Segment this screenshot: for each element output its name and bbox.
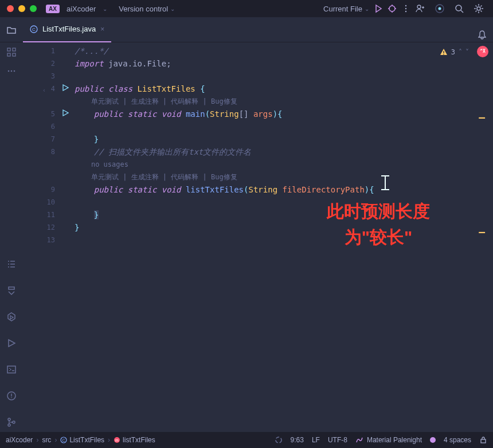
keyword: public — [94, 109, 128, 119]
breadcrumb-file[interactable]: C ListTxtFiles — [60, 436, 104, 444]
run-gutter-icon[interactable] — [62, 109, 69, 116]
theme-icon — [355, 437, 363, 443]
line-number: 1 — [51, 47, 55, 55]
minimize-window-button[interactable] — [18, 5, 25, 12]
build-tool-icon[interactable] — [6, 285, 17, 296]
keyword: public — [94, 185, 128, 194]
lock-icon[interactable] — [479, 436, 487, 444]
run-config-selector[interactable]: Current File ⌄ — [323, 5, 369, 13]
svg-point-17 — [14, 70, 15, 72]
vcs-menu[interactable]: Version control ⌄ — [119, 5, 175, 13]
svg-point-4 — [417, 5, 421, 9]
breadcrumb-method[interactable]: m listTxtFiles — [114, 436, 155, 444]
window-controls — [5, 5, 37, 12]
keyword: class — [108, 84, 138, 93]
services-tool-icon[interactable] — [6, 312, 17, 322]
svg-rect-22 — [11, 394, 11, 396]
paren: ( — [244, 185, 248, 194]
code-text: java.io.File; — [104, 59, 171, 68]
collapse-minus-icon[interactable]: — — [479, 111, 485, 124]
svg-rect-11 — [7, 48, 10, 51]
breadcrumb-src[interactable]: src — [42, 436, 51, 444]
param: args — [253, 109, 273, 119]
line-number: 6 — [51, 123, 55, 131]
line-number: 2 — [51, 60, 55, 68]
run-gutter-icon[interactable] — [62, 84, 69, 91]
project-name[interactable]: aiXcoder — [66, 5, 96, 13]
problems-tool-icon[interactable] — [6, 391, 17, 401]
java-class-icon: C — [30, 25, 38, 33]
keyword: import — [75, 59, 104, 68]
process-indicator-icon[interactable] — [275, 436, 283, 444]
tab-listtxtfiles[interactable]: C ListTxtFiles.java × — [23, 17, 111, 42]
svg-point-2 — [405, 8, 406, 9]
svg-point-31 — [276, 437, 281, 443]
collapse-minus-icon[interactable]: — — [479, 226, 485, 238]
file-encoding[interactable]: UTF-8 — [328, 436, 347, 444]
svg-point-7 — [456, 5, 461, 11]
line-number: 10 — [47, 198, 55, 206]
status-indicator-icon[interactable] — [430, 437, 436, 443]
maximize-window-button[interactable] — [30, 5, 37, 12]
no-usages-hint[interactable]: no usages — [91, 160, 128, 168]
inline-hint[interactable]: 单元测试 | 生成注释 | 代码解释 | Bug修复 — [91, 173, 237, 181]
settings-icon[interactable] — [474, 3, 484, 14]
theme-widget[interactable]: Material Palenight — [355, 436, 422, 444]
structure-tool-icon[interactable] — [6, 47, 17, 57]
svg-point-6 — [439, 7, 441, 10]
line-number: 13 — [47, 236, 55, 244]
run-tool-icon[interactable] — [6, 338, 17, 348]
project-tool-icon[interactable] — [6, 25, 17, 35]
debug-button[interactable] — [388, 4, 397, 13]
keyword: static — [128, 185, 162, 194]
close-tab-icon[interactable]: × — [100, 25, 104, 33]
breadcrumb-sep: › — [54, 436, 57, 444]
notifications-icon[interactable] — [477, 30, 487, 40]
terminal-tool-icon[interactable] — [6, 364, 17, 375]
keyword: static — [128, 109, 162, 119]
cursor-position[interactable]: 9:63 — [291, 436, 304, 444]
close-window-button[interactable] — [7, 5, 14, 12]
brace: } — [94, 210, 99, 219]
svg-text:m: m — [115, 438, 119, 442]
line-number: 7 — [51, 135, 55, 143]
breadcrumb-sep: › — [36, 436, 38, 444]
code-text — [277, 185, 282, 194]
run-button[interactable] — [374, 4, 383, 13]
line-separator[interactable]: LF — [312, 436, 320, 444]
inline-hint[interactable]: 单元测试 | 生成注释 | 代码解释 | Bug修复 — [91, 97, 237, 105]
svg-point-0 — [389, 6, 395, 11]
code-with-me-icon[interactable] — [415, 3, 425, 14]
tab-label: ListTxtFiles.java — [42, 25, 96, 33]
aixcoder-badge-icon[interactable]: ^X — [477, 46, 488, 57]
line-number: 5 — [51, 110, 55, 118]
git-tool-icon[interactable] — [6, 417, 17, 427]
ellipsis-icon[interactable] — [6, 69, 17, 73]
breadcrumb-root[interactable]: aiXcoder — [6, 436, 33, 444]
brace: ){ — [365, 185, 374, 194]
breadcrumb-sep: › — [108, 436, 110, 444]
more-actions-button[interactable] — [401, 4, 410, 13]
svg-point-1 — [405, 5, 406, 6]
indent-widget[interactable]: 4 spaces — [444, 436, 471, 444]
brace: } — [94, 135, 99, 144]
svg-text:C: C — [62, 438, 65, 442]
search-icon[interactable] — [454, 3, 464, 14]
type: String — [210, 109, 239, 119]
svg-point-24 — [8, 418, 10, 421]
method-name: main — [186, 109, 205, 119]
paren: ( — [205, 109, 210, 119]
run-config-label: Current File — [323, 5, 362, 13]
chevron-down-icon[interactable]: ⌄ — [103, 6, 107, 12]
todo-tool-icon[interactable] — [6, 259, 17, 269]
brace: ){ — [273, 109, 283, 119]
line-number: 11 — [47, 211, 55, 219]
svg-point-15 — [8, 70, 10, 72]
code-editor[interactable]: 3 ˄ ˅ ^X — — 1 2 3 ‹ 4 5 6 7 8 — [23, 42, 493, 432]
brace: } — [75, 223, 79, 232]
line-number: 4 — [51, 85, 55, 93]
type: String — [249, 185, 278, 194]
annotation-overlay: 此时预测长度 为"较长" — [327, 198, 430, 250]
status-dot-icon[interactable] — [435, 3, 445, 14]
code-text: [] — [239, 109, 253, 119]
